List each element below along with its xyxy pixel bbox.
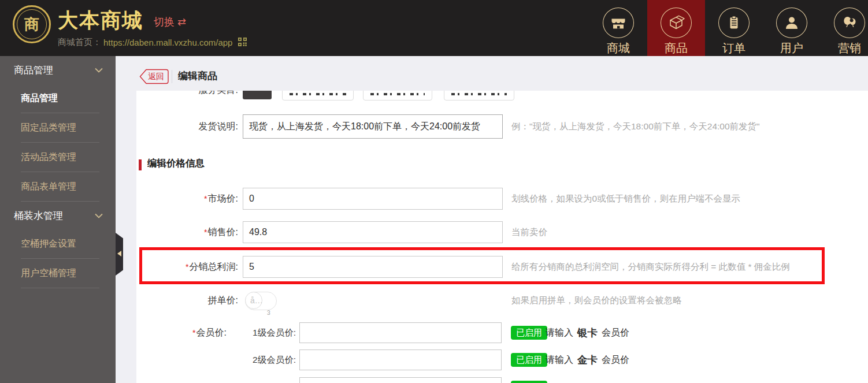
market-price-hint: 划线价格，如果设为0或低于销售价，则在用户端不会显示 <box>511 188 740 210</box>
sidebar-item-label: 固定品类管理 <box>21 122 76 134</box>
top-header: 商 大本商城 切换 ⇄ 商城首页： https://daben.mall.vxz… <box>0 0 868 56</box>
sale-price-label: * 销售价: <box>136 221 238 243</box>
member-level2-input[interactable] <box>299 349 502 370</box>
sidebar-item-label: 活动品类管理 <box>21 151 76 163</box>
nav-label: 商品 <box>665 40 688 56</box>
member-level2-label: 2级会员价: <box>244 349 296 370</box>
nav-item-marketing[interactable]: 营销 <box>821 0 868 56</box>
card-name-emphasis: 银卡 <box>577 326 598 340</box>
member-level1-input[interactable] <box>299 322 502 343</box>
market-price-input[interactable] <box>243 188 503 210</box>
toggle-state-text: å… <box>250 292 263 309</box>
sidebar-item-fixed-category[interactable]: 固定品类管理 <box>0 113 116 143</box>
price-section-title: 编辑价格信息 <box>147 157 205 170</box>
nav-item-users[interactable]: 用户 <box>763 0 821 56</box>
required-asterisk: * <box>192 328 195 337</box>
sale-price-hint: 当前卖价 <box>511 221 547 243</box>
shipping-note-input[interactable] <box>243 114 503 139</box>
nav-label: 营销 <box>838 40 861 56</box>
shop-title: 大本商城 <box>58 7 143 34</box>
status-badge-enabled: 已启用 <box>511 353 547 367</box>
group-buy-price-label: 拼单价: <box>136 292 238 309</box>
nav-item-products[interactable]: 商品 <box>647 0 705 56</box>
sidebar-item-label: 商品表单管理 <box>21 181 76 193</box>
chevron-down-icon <box>95 210 103 221</box>
collapse-left-icon <box>117 251 121 256</box>
member-level1-hint: 请输入 银卡 会员价 <box>546 322 629 343</box>
group-buy-toggle[interactable]: å… <box>245 292 277 310</box>
clipped-text-fragment <box>290 93 346 95</box>
service-category-label: 服务类目: <box>136 91 238 99</box>
nav-item-mall[interactable]: 商城 <box>589 0 647 56</box>
sidebar-group-label: 桶装水管理 <box>14 209 63 222</box>
sidebar-item-product-form[interactable]: 商品表单管理 <box>0 172 116 202</box>
switch-shop-link[interactable]: 切换 ⇄ <box>154 15 186 29</box>
sidebar: 商品管理 商品管理 固定品类管理 活动品类管理 商品表单管理 桶装水管理 空桶押… <box>0 56 116 383</box>
toggle-overflow-text: ³ <box>267 309 270 321</box>
member-level1-label: 1级会员价: <box>244 322 296 343</box>
status-badge-enabled: 已启用 <box>511 381 547 383</box>
service-category-option[interactable] <box>363 91 432 101</box>
back-button[interactable]: 返回 <box>139 69 169 84</box>
clipped-text-fragment <box>451 93 507 95</box>
breadcrumb-strip: 返回 编辑商品 <box>116 56 868 91</box>
sidebar-item-product-management[interactable]: 商品管理 <box>0 84 116 113</box>
package-icon <box>661 8 692 38</box>
logo-seal-char: 商 <box>24 14 39 35</box>
member-level3-input[interactable] <box>299 377 502 383</box>
section-accent-bar <box>139 159 142 170</box>
shipping-note-hint: 例："现货，从上海发货，今天18:00前下单，今天24:00前发货" <box>511 114 760 139</box>
sidebar-item-activity-category[interactable]: 活动品类管理 <box>0 143 116 172</box>
sidebar-item-label: 商品管理 <box>21 92 58 105</box>
service-category-option[interactable] <box>282 91 354 101</box>
top-navigation: 商城 商品 <box>589 0 868 56</box>
chevron-down-icon <box>95 64 103 76</box>
page-title: 编辑商品 <box>178 69 217 83</box>
balloons-icon <box>834 8 865 38</box>
required-asterisk: * <box>186 262 188 272</box>
sidebar-item-empty-bucket-deposit[interactable]: 空桶押金设置 <box>0 229 116 259</box>
qr-code-icon[interactable] <box>238 38 247 48</box>
user-icon <box>776 8 807 38</box>
sale-price-input[interactable] <box>243 221 503 243</box>
sidebar-item-user-empty-bucket[interactable]: 用户空桶管理 <box>0 259 116 288</box>
clipped-text-fragment <box>370 93 425 95</box>
homepage-label: 商城首页： <box>58 37 101 48</box>
edit-product-form: 服务类目: 发货说明: 例："现货，从上海发货，今天18:00前下单，今天24:… <box>136 91 868 383</box>
card-name-emphasis: 金卡 <box>577 353 598 367</box>
status-badge-enabled: 已启用 <box>511 326 547 340</box>
service-category-option[interactable] <box>444 91 514 101</box>
required-asterisk: * <box>204 228 207 237</box>
market-price-label: * 市场价: <box>136 188 238 210</box>
sidebar-item-label: 用户空桶管理 <box>21 267 76 280</box>
shop-homepage-line: 商城首页： https://daben.mall.vxzhu.com/app <box>58 37 247 48</box>
admin-page: 商 大本商城 切换 ⇄ 商城首页： https://daben.mall.vxz… <box>0 0 868 383</box>
sidebar-collapse-handle[interactable] <box>116 233 123 276</box>
group-buy-hint: 如果启用拼单，则会员价的设置将会被忽略 <box>511 292 682 309</box>
nav-label: 用户 <box>780 40 803 56</box>
shop-logo: 商 <box>13 5 51 43</box>
sidebar-group-label: 商品管理 <box>14 64 53 77</box>
order-list-icon <box>718 8 750 38</box>
service-category-selected-chip[interactable] <box>243 91 272 99</box>
distribution-profit-label: * 分销总利润: <box>136 256 238 278</box>
homepage-url[interactable]: https://daben.mall.vxzhu.com/app <box>103 38 232 47</box>
required-asterisk: * <box>204 194 207 203</box>
member-level2-hint: 请输入 金卡 会员价 <box>546 349 629 370</box>
sidebar-group-product-management[interactable]: 商品管理 <box>0 56 116 84</box>
divider <box>172 70 172 83</box>
nav-label: 订单 <box>722 40 745 56</box>
nav-item-orders[interactable]: 订单 <box>705 0 763 56</box>
shipping-note-label: 发货说明: <box>136 114 238 139</box>
distribution-profit-hint: 给所有分销商的总利润空间，分销商实际所得分利 = 此数值 * 佣金比例 <box>511 256 790 278</box>
sidebar-group-bottled-water[interactable]: 桶装水管理 <box>0 202 116 229</box>
distribution-profit-input[interactable] <box>243 256 503 278</box>
member-price-label: * 会员价: <box>136 322 227 343</box>
nav-label: 商城 <box>607 40 630 56</box>
sidebar-item-label: 空桶押金设置 <box>21 238 76 250</box>
back-button-label: 返回 <box>148 72 164 82</box>
storefront-icon <box>603 8 634 38</box>
